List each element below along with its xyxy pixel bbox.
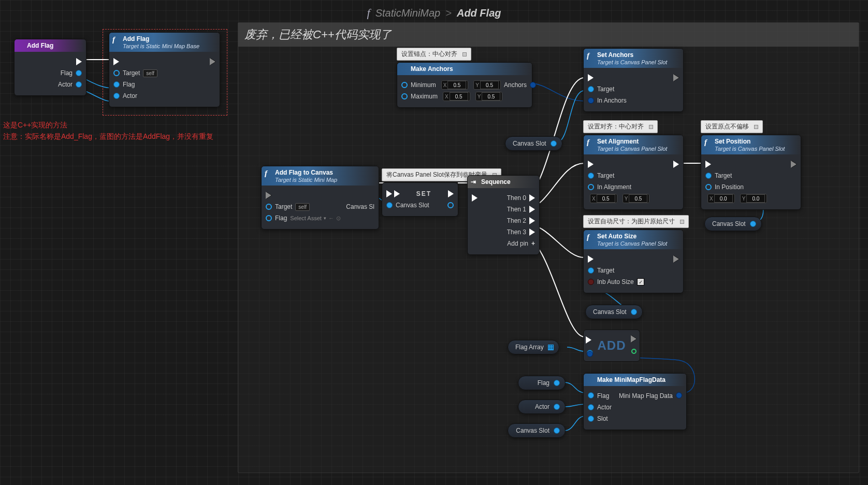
- pin-in-alignment[interactable]: In Alignment: [588, 182, 679, 192]
- function-icon: f: [367, 6, 370, 20]
- pin-flag[interactable]: Flag Select Asset▾ ← ⊙: [266, 213, 374, 223]
- select-asset-dropdown[interactable]: Select Asset▾ ← ⊙: [290, 215, 341, 222]
- exec-in-2[interactable]: [394, 190, 400, 197]
- pin-index-out[interactable]: [631, 349, 636, 354]
- node-set-position[interactable]: f Set Position Target is Canvas Panel Sl…: [701, 135, 801, 210]
- var-canvas-slot-2[interactable]: Canvas Slot: [585, 305, 643, 319]
- tooltip-anchor: 设置锚点：中心对齐: [397, 48, 471, 61]
- pin-in-anchors[interactable]: In Anchors: [588, 96, 679, 105]
- pin-actor[interactable]: Actor: [588, 403, 682, 412]
- exec-out[interactable]: [210, 58, 215, 65]
- node-set-anchors[interactable]: f Set Anchors Target is Canvas Panel Slo…: [583, 48, 684, 112]
- exec-in[interactable]: [472, 194, 478, 202]
- input-max-y[interactable]: [482, 92, 500, 101]
- input-max-x[interactable]: [450, 92, 468, 101]
- annotation-line1: 这是C++实现的方法: [3, 119, 213, 131]
- annotation-text: 这是C++实现的方法 注意：实际名称是Add_Flag，蓝图的方法是AddFla…: [3, 119, 213, 142]
- array-icon: [548, 345, 554, 350]
- input-align-y[interactable]: [629, 194, 647, 203]
- node-add-flag-to-canvas[interactable]: f Add Flag to Canvas Target is Static Mi…: [261, 166, 379, 230]
- node-add-flag-call[interactable]: f Add Flag Target is Static Mini Map Bas…: [109, 32, 220, 107]
- var-actor[interactable]: Actor: [518, 400, 566, 414]
- pin-out[interactable]: Mini Map Flag Data: [619, 392, 682, 400]
- pin-maximum[interactable]: Maximum X Y: [401, 92, 528, 101]
- exec-in[interactable]: [113, 58, 119, 65]
- input-align-x[interactable]: [597, 194, 615, 203]
- exec-out[interactable]: [448, 190, 454, 197]
- add-pin-button[interactable]: Add pin+: [472, 239, 535, 248]
- exec-in[interactable]: [386, 190, 392, 197]
- pin-inb-autosize[interactable]: Inb Auto Size ✓: [588, 277, 679, 287]
- pin-target[interactable]: Target self: [113, 68, 215, 78]
- exec-out[interactable]: [19, 57, 82, 66]
- exec-in[interactable]: [588, 74, 594, 81]
- node-title: f Add Flag Target is Static Mini Map Bas…: [109, 33, 220, 52]
- pin-minimum[interactable]: [401, 82, 408, 88]
- pin-slot[interactable]: Slot: [588, 414, 682, 423]
- node-title: Make Anchors: [397, 63, 532, 75]
- pin-then3[interactable]: Then 3: [472, 227, 535, 237]
- pin-then1[interactable]: Then 1: [472, 205, 535, 214]
- exec-out[interactable]: [631, 335, 636, 343]
- pin-then2[interactable]: Then 2: [472, 216, 535, 225]
- exec-in[interactable]: [588, 255, 594, 263]
- exec-out[interactable]: [673, 255, 679, 263]
- input-pos-x[interactable]: [714, 194, 733, 203]
- node-sequence[interactable]: ⇥ Sequence Then 0 Then 1 Then 2 Then 3 A…: [467, 175, 540, 255]
- var-canvas-slot-3[interactable]: Canvas Slot: [704, 217, 762, 231]
- pin-target[interactable]: Target: [705, 171, 797, 180]
- exec-in[interactable]: [266, 192, 271, 199]
- function-icon: f: [587, 51, 589, 60]
- exec-in[interactable]: [586, 336, 591, 344]
- var-flag[interactable]: Flag: [518, 376, 566, 390]
- node-set-autosize[interactable]: f Set Auto Size Target is Canvas Panel S…: [583, 230, 684, 293]
- pin-actor[interactable]: Actor: [113, 91, 215, 101]
- node-function-entry[interactable]: Add Flag Flag Actor: [14, 39, 86, 96]
- var-flag-array[interactable]: Flag Array: [508, 340, 559, 354]
- tooltip-autosize: 设置自动尺寸：为图片原始尺寸: [583, 215, 689, 228]
- exec-out[interactable]: [673, 74, 679, 81]
- pin-actor[interactable]: Actor: [19, 80, 82, 89]
- tooltip-alignment: 设置对齐：中心对齐: [583, 120, 658, 133]
- input-min-x[interactable]: [447, 81, 466, 89]
- pin-flag[interactable]: Flag: [588, 392, 609, 400]
- function-icon: f: [587, 233, 589, 241]
- function-icon: f: [265, 169, 267, 178]
- node-set-alignment[interactable]: f Set Alignment Target is Canvas Panel S…: [583, 135, 684, 210]
- exec-out[interactable]: [673, 161, 679, 168]
- pin-in-position[interactable]: In Position: [705, 182, 797, 192]
- breadcrumb-parent[interactable]: StaticMiniMap: [375, 7, 441, 19]
- reset-icon[interactable]: ←: [328, 215, 334, 221]
- pin-target[interactable]: Target: [588, 84, 679, 94]
- node-make-flag-data[interactable]: Make MiniMapFlagData Flag Mini Map Flag …: [583, 373, 687, 430]
- pin-flag[interactable]: Flag: [113, 80, 215, 89]
- pin-target[interactable]: Target self: [266, 203, 310, 211]
- input-pos-y[interactable]: [746, 194, 765, 203]
- browse-icon[interactable]: ⊙: [336, 215, 341, 222]
- pin-value-out[interactable]: [447, 202, 454, 208]
- function-icon: f: [587, 138, 589, 147]
- node-title: Add Flag: [15, 39, 86, 52]
- exec-in[interactable]: [588, 161, 594, 168]
- var-canvas-slot-1[interactable]: Canvas Slot: [505, 136, 562, 151]
- var-canvas-slot-4[interactable]: Canvas Slot: [508, 423, 566, 438]
- node-set[interactable]: SET Canvas Slot: [382, 182, 458, 217]
- node-array-add[interactable]: ADD: [583, 330, 640, 362]
- pin-target[interactable]: Target: [588, 171, 679, 180]
- exec-in[interactable]: [705, 161, 711, 168]
- pin-item-in[interactable]: [587, 351, 593, 357]
- pin-canvas-slot-out[interactable]: Canvas Sl: [346, 203, 374, 210]
- pin-target[interactable]: Target: [588, 266, 679, 275]
- tooltip-position: 设置原点不偏移: [701, 120, 763, 133]
- pin-anchors-out[interactable]: [530, 82, 536, 88]
- exec-out[interactable]: [791, 161, 797, 168]
- input-min-y[interactable]: [480, 81, 499, 89]
- breadcrumb: f StaticMiniMap > Add Flag: [367, 6, 501, 20]
- checkbox-autosize[interactable]: ✓: [637, 278, 644, 286]
- pin-flag[interactable]: Flag: [19, 68, 82, 78]
- node-make-anchors[interactable]: Make Anchors Minimum X Y Anchors Maximum…: [397, 62, 532, 108]
- annotation-line2: 注意：实际名称是Add_Flag，蓝图的方法是AddFlag，并没有重复: [3, 131, 213, 142]
- pin-canvas-slot-in[interactable]: Canvas Slot: [386, 202, 429, 209]
- pin-then0[interactable]: Then 0: [507, 194, 535, 202]
- comment-title[interactable]: 废弃，已经被C++代码实现了: [238, 23, 859, 47]
